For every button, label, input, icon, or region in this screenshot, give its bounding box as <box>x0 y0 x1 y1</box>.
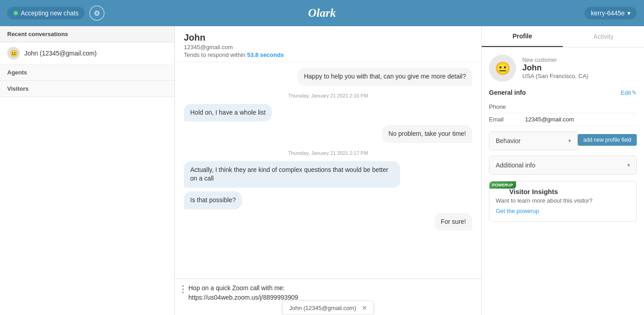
sidebar-item-agents[interactable]: Agents <box>0 65 174 81</box>
chevron-down-icon: ▾ <box>568 138 571 144</box>
chat-user-email: 12345@gmail.com <box>184 44 472 51</box>
timestamp: Thursday, January 21 2021 2:16 PM <box>184 93 472 98</box>
chevron-down-icon: ▾ <box>627 9 630 17</box>
conversation-name: John (12345@gmail.com) <box>24 50 97 57</box>
close-icon[interactable]: ✕ <box>362 304 367 311</box>
user-label: kerry-6445e <box>591 9 625 17</box>
profile-name: John <box>522 63 589 73</box>
additional-info-accordion: Additional info ▾ <box>489 156 637 175</box>
profile-name-block: New customer John USA (San Francisco, CA… <box>522 57 589 79</box>
draft-bar: John (12345@gmail.com) ✕ <box>282 301 374 315</box>
chat-area: John 12345@gmail.com Tends to respond wi… <box>175 26 482 315</box>
phone-row: Phone <box>489 101 637 113</box>
main-layout: Recent conversations 😐 John (12345@gmail… <box>0 26 644 315</box>
profile-user-info: 😐 New customer John USA (San Francisco, … <box>489 55 637 82</box>
avatar-small: 😐 <box>7 47 20 60</box>
insights-description: Want to learn more about this visitor? <box>496 197 630 204</box>
sidebar: Recent conversations 😐 John (12345@gmail… <box>0 26 175 315</box>
status-dot-icon <box>14 11 18 15</box>
behavior-accordion: Behavior ▾ <box>489 131 578 150</box>
general-info-header: General info Edit ✎ <box>489 89 637 96</box>
message-bubble: For sure! <box>434 213 472 231</box>
header-left: Accepting new chats ⚙ <box>7 5 105 21</box>
email-label: Email <box>489 116 525 123</box>
message-bubble: Happy to help you with that, can you giv… <box>297 68 472 86</box>
message-bubble: Actually, I think they are kind of compl… <box>184 161 400 188</box>
tab-activity[interactable]: Activity <box>563 26 644 47</box>
status-button[interactable]: Accepting new chats <box>7 7 85 19</box>
dot2 <box>182 288 184 290</box>
sidebar-item-john[interactable]: 😐 John (12345@gmail.com) <box>0 42 174 65</box>
profile-panel: Profile Activity 😐 New customer John USA… <box>482 26 644 315</box>
avatar: 😐 <box>489 55 516 82</box>
edit-label: Edit <box>621 89 631 96</box>
general-info-label: General info <box>489 89 526 96</box>
email-row: Email 12345@gmail.com <box>489 113 637 126</box>
bullet-dots-icon <box>182 283 184 293</box>
message-bubble: Is that possible? <box>184 191 242 209</box>
recent-conversations-header: Recent conversations <box>0 26 174 42</box>
gear-icon: ⚙ <box>94 9 100 18</box>
additional-info-accordion-header[interactable]: Additional info ▾ <box>489 156 636 174</box>
timestamp: Thursday, January 21 2021 2:17 PM <box>184 150 472 156</box>
message-bubble: No problem, take your time! <box>382 125 472 143</box>
edit-button[interactable]: Edit ✎ <box>621 89 637 96</box>
behavior-label: Behavior <box>496 137 521 144</box>
user-menu-button[interactable]: kerry-6445e ▾ <box>585 7 637 19</box>
insights-title: Visitor Insights <box>496 188 630 195</box>
settings-button[interactable]: ⚙ <box>89 5 105 21</box>
sidebar-item-visitors[interactable]: Visitors <box>0 81 174 97</box>
add-profile-field-button[interactable]: add new profile field <box>578 134 637 146</box>
messages-list: Happy to help you with that, can you giv… <box>175 62 481 278</box>
header: Accepting new chats ⚙ Olark kerry-6445e … <box>0 0 644 26</box>
dot3 <box>182 292 184 293</box>
chevron-down-icon: ▾ <box>627 162 630 168</box>
edit-icon: ✎ <box>632 89 637 96</box>
profile-content: 😐 New customer John USA (San Francisco, … <box>482 47 644 229</box>
chat-header: John 12345@gmail.com Tends to respond wi… <box>175 26 481 62</box>
behavior-accordion-header[interactable]: Behavior ▾ <box>489 132 577 150</box>
visitor-insights-card: POWERUP Visitor Insights Want to learn m… <box>489 181 637 222</box>
additional-info-label: Additional info <box>496 162 535 169</box>
profile-location: USA (San Francisco, CA) <box>522 73 589 79</box>
status-label: Accepting new chats <box>21 9 78 17</box>
response-time-value: 53.8 seconds <box>247 51 284 58</box>
draft-label: John (12345@gmail.com) <box>289 305 356 311</box>
dot1 <box>182 285 184 287</box>
chat-user-name: John <box>184 32 472 43</box>
chat-response-time: Tends to respond within 53.8 seconds <box>184 51 472 58</box>
response-prefix: Tends to respond within <box>184 51 247 58</box>
logo: Olark <box>308 6 336 20</box>
phone-label: Phone <box>489 103 525 110</box>
tab-profile[interactable]: Profile <box>482 26 563 47</box>
profile-tabs: Profile Activity <box>482 26 644 47</box>
customer-type: New customer <box>522 57 589 63</box>
email-value: 12345@gmail.com <box>525 116 637 123</box>
get-powerup-link[interactable]: Get the powerup <box>496 208 539 214</box>
message-bubble: Hold on, I have a whole list <box>184 104 272 122</box>
powerup-badge: POWERUP <box>489 181 516 189</box>
